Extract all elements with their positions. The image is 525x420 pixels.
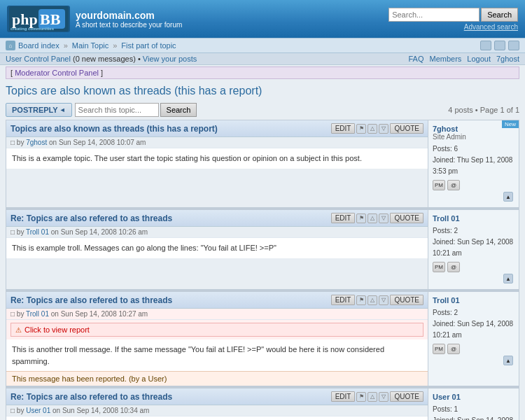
quote-btn-2[interactable]: QUOTE [390, 213, 424, 223]
report-icon-3[interactable]: ⚑ [356, 295, 366, 305]
search-topic-input[interactable] [75, 103, 159, 117]
email-user-icon-3[interactable]: @ [447, 344, 460, 354]
post-title-1: Topics are also known as threads (this h… [10, 124, 218, 134]
scroll-up-2[interactable]: ▲ [503, 274, 513, 284]
post-reply-button-top[interactable]: POSTREPLY ◄ [6, 103, 72, 117]
post-sidebar-2: Troll 01 Posts: 2 Joined: Sun Sep 14, 20… [428, 210, 519, 289]
post-date-1: Sun Sep 14, 2008 10:07 am [59, 139, 146, 146]
nav-icons [480, 41, 519, 50]
board-index-link[interactable]: Board index [18, 41, 59, 50]
email-icon[interactable] [494, 41, 505, 50]
topic-title-link[interactable]: Fist part of topic [121, 41, 176, 50]
userbar-left: User Control Panel (0 new messages) • Vi… [6, 55, 197, 63]
edit-btn-4[interactable]: EDIT [331, 391, 356, 402]
posts-label-1: Posts: [433, 145, 452, 153]
edit-btn-2[interactable]: EDIT [331, 213, 356, 223]
scroll-up-3[interactable]: ▲ [503, 356, 513, 365]
post-header-2: Re: Topics are also refered to as thread… [6, 210, 428, 227]
faq-link[interactable]: FAQ [408, 55, 424, 63]
posts-count: 4 posts • Page 1 of 1 [448, 106, 519, 114]
quote-btn-1[interactable]: QUOTE [390, 123, 424, 134]
sidebar-username-4[interactable]: User 01 [433, 393, 514, 401]
joined-label-2: Joined: [433, 238, 455, 246]
warning-icon-3: ⚠ [15, 326, 22, 334]
post-sidebar-3: Troll 01 Posts: 2 Joined: Sun Sep 14, 20… [428, 292, 519, 386]
reported-note-3: This message has been reported. (by a Us… [6, 371, 428, 386]
post-action-btns-3: EDIT ⚑ △ ▽ QUOTE [331, 295, 424, 305]
author-link-2[interactable]: Troll 01 [26, 228, 49, 236]
post-body-4: This is a legitimate message. 7ghost wro… [6, 416, 428, 420]
ip-icon-4[interactable]: △ [368, 392, 377, 402]
email-user-icon-2[interactable]: @ [447, 262, 460, 272]
posts-label-2: Posts: [433, 227, 452, 234]
quote-btn-4[interactable]: QUOTE [390, 391, 424, 402]
post-sidebar-4: User 01 Posts: 1 Joined: Sun Sep 14, 200… [428, 388, 519, 420]
sidebar-username-3[interactable]: Troll 01 [433, 296, 514, 304]
post-main-3: Re: Topics are also refered to as thread… [6, 292, 428, 386]
pm-icon-2[interactable]: PM [433, 262, 445, 272]
post-date-2: Sun Sep 14, 2008 10:26 am [61, 228, 148, 236]
edit-btn-1[interactable]: EDIT [331, 123, 356, 134]
posts-label-4: Posts: [433, 405, 452, 413]
search-input[interactable] [388, 8, 479, 22]
post-actions-left: POSTREPLY ◄ Search [6, 103, 197, 117]
print-icon[interactable] [480, 41, 491, 50]
home-icon: ⌂ [6, 41, 15, 50]
post-header-4: Re: Topics are also refered to as thread… [6, 388, 428, 405]
post-body-2: This is example troll. Messages can go a… [6, 238, 428, 258]
logo-image: php BB creating communities [7, 6, 70, 32]
author-link-1[interactable]: 7ghost [26, 139, 47, 146]
view-posts-link[interactable]: View your posts [143, 55, 197, 63]
members-link[interactable]: Members [429, 55, 461, 63]
mod-control-panel-link[interactable]: Moderator Control Panel [15, 69, 99, 77]
author-link-3[interactable]: Troll 01 [26, 310, 49, 318]
post-main-1: Topics are also known as threads (this h… [6, 120, 428, 207]
ip-icon-1[interactable]: △ [368, 124, 377, 134]
sep2: » [113, 41, 117, 50]
logout-link[interactable]: Logout [467, 55, 491, 63]
sidebar-icons-1: PM @ [433, 180, 514, 190]
delete-icon-1[interactable]: ▽ [379, 124, 388, 134]
search-topic-area: Search [75, 103, 197, 117]
joined-label-1: Joined: [433, 156, 455, 164]
user-profile-link[interactable]: 7ghost [496, 55, 519, 63]
header: php BB creating communities yourdomain.c… [0, 0, 525, 38]
scroll-up-1[interactable]: ▲ [503, 192, 513, 202]
new-ribbon-1: New [502, 120, 519, 128]
user-bar: User Control Panel (0 new messages) • Vi… [0, 53, 525, 65]
advanced-search-link[interactable]: Advanced search [464, 23, 518, 31]
quote-btn-3[interactable]: QUOTE [390, 295, 424, 305]
ip-icon-3[interactable]: △ [368, 295, 377, 305]
ip-icon-2[interactable]: △ [368, 214, 377, 223]
report-icon-1[interactable]: ⚑ [356, 124, 366, 134]
control-panel-link[interactable]: User Control Panel [6, 55, 71, 63]
edit-btn-3[interactable]: EDIT [331, 295, 356, 305]
main-topic-link[interactable]: Main Topic [72, 41, 108, 50]
post-title-4: Re: Topics are also refered to as thread… [10, 392, 172, 402]
pm-icon-3[interactable]: PM [433, 344, 445, 354]
bookmark-icon[interactable] [508, 41, 519, 50]
reply-arrow-icon: ◄ [59, 106, 66, 113]
search-topic-button[interactable]: Search [160, 103, 197, 117]
page-title: Topics are also known as threads (this h… [6, 85, 519, 97]
post-by-2: □ by Troll 01 on Sun Sep 14, 2008 10:26 … [6, 227, 428, 238]
pm-icon-1[interactable]: PM [433, 180, 445, 190]
sidebar-username-2[interactable]: Troll 01 [433, 214, 514, 223]
report-icon-4[interactable]: ⚑ [356, 392, 366, 402]
email-user-icon-1[interactable]: @ [447, 180, 460, 190]
post-body-3: This is another troll message. If the sa… [6, 340, 428, 371]
post-sidebar-1: New 7ghost Site Admin Posts: 6 Joined: T… [428, 120, 519, 207]
post-date-4: Sun Sep 14, 2008 10:34 am [62, 407, 150, 414]
delete-icon-2[interactable]: ▽ [379, 214, 388, 223]
post-text-1: This is a example topic. The user start … [12, 154, 362, 162]
table-row: Re: Topics are also refered to as thread… [6, 210, 519, 290]
delete-icon-4[interactable]: ▽ [379, 392, 388, 402]
report-icon-2[interactable]: ⚑ [356, 214, 366, 223]
author-link-4[interactable]: User 01 [26, 407, 50, 414]
post-by-4: □ by User 01 on Sun Sep 14, 2008 10:34 a… [6, 405, 428, 416]
table-row: Topics are also known as threads (this h… [6, 120, 519, 208]
delete-icon-3[interactable]: ▽ [379, 295, 388, 305]
report-bar-3[interactable]: ⚠ Click to view report [10, 323, 424, 337]
site-info: yourdomain.com A short text to describe … [76, 10, 182, 29]
search-button[interactable]: Search [481, 8, 518, 22]
